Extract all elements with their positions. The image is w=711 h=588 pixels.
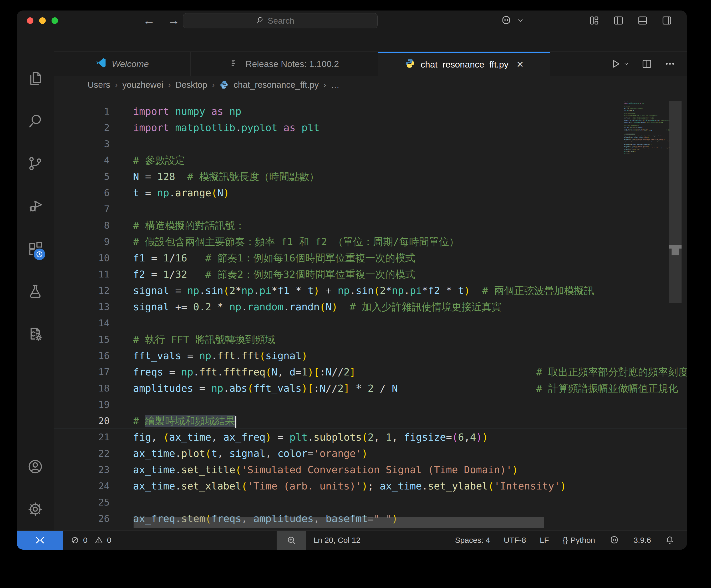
source-control-icon[interactable] <box>17 142 53 185</box>
code-line-20[interactable]: 20# 繪製時域和頻域結果 <box>54 413 687 429</box>
code-line-9[interactable]: 9# 假設包含兩個主要節奏：頻率 f1 和 f2 （單位：周期/每時間單位） <box>54 233 687 250</box>
command-center-search[interactable] <box>183 13 378 28</box>
code-line-25[interactable]: 25 <box>54 494 687 511</box>
eol-status[interactable]: LF <box>540 536 549 545</box>
horizontal-scrollbar[interactable] <box>134 517 544 528</box>
code-line-17[interactable]: 17freqs = np.fft.fftfreq(N, d=1)[:N//2] … <box>54 364 687 380</box>
line-number: 26 <box>54 511 133 527</box>
code-line-10[interactable]: 10f1 = 1/16 # 節奏1：例如每16個時間單位重複一次的模式 <box>54 250 687 266</box>
encoding-status[interactable]: UTF-8 <box>504 536 526 545</box>
chevron-right-icon: › <box>168 81 171 89</box>
copilot-icon[interactable] <box>500 15 512 26</box>
vscode-window: ← → <box>17 10 687 550</box>
extensions-icon[interactable] <box>17 228 53 270</box>
split-editor-icon[interactable] <box>641 58 653 70</box>
settings-gear-icon[interactable] <box>17 488 53 530</box>
code-line-5[interactable]: 5N = 128 # 模擬訊號長度（時間點數） <box>54 168 687 185</box>
line-content: signal = np.sin(2*np.pi*f1 * t) + np.sin… <box>133 282 687 299</box>
language-status[interactable]: {}Python <box>563 536 595 545</box>
cursor-position[interactable]: Ln 20, Col 12 <box>314 536 360 545</box>
code-line-22[interactable]: 22ax_time.plot(t, signal, color='orange'… <box>54 445 687 461</box>
forward-arrow-icon[interactable]: → <box>167 14 180 28</box>
code-line-18[interactable]: 18amplitudes = np.abs(fft_vals)[:N//2] *… <box>54 380 687 397</box>
notifications-bell-icon[interactable] <box>665 535 675 545</box>
code-line-23[interactable]: 23ax_time.set_title('Simulated Conversat… <box>54 461 687 478</box>
run-python-file-icon[interactable] <box>609 58 629 70</box>
tab-chat-resonance-fft[interactable]: chat_resonance_fft.py ✕ <box>379 52 550 76</box>
tab-release-notes[interactable]: Release Notes: 1.100.2 <box>191 52 379 76</box>
line-content: amplitudes = np.abs(fft_vals)[:N//2] * 2… <box>133 380 687 397</box>
vertical-scrollbar-grip[interactable] <box>672 249 679 255</box>
more-actions-icon[interactable] <box>664 58 676 70</box>
remote-indicator[interactable] <box>17 531 63 550</box>
indentation-status[interactable]: Spaces: 4 <box>455 536 490 545</box>
code-editor[interactable]: 1import numpy as np2import matplotlib.py… <box>54 94 687 530</box>
activity-bar <box>17 51 54 530</box>
code-line-14[interactable]: 14 <box>54 315 687 331</box>
testing-icon[interactable] <box>17 270 53 313</box>
code-line-7[interactable]: 7 <box>54 201 687 217</box>
copilot-chevron-down-icon[interactable] <box>516 17 524 24</box>
code-line-6[interactable]: 6t = np.arange(N) <box>54 185 687 201</box>
line-content: fig, (ax_time, ax_freq) = plt.subplots(2… <box>133 429 687 445</box>
toggle-secondary-sidebar-icon[interactable] <box>661 15 673 26</box>
code-line-4[interactable]: 4# 參數設定 <box>54 152 687 168</box>
tab-label: Release Notes: 1.100.2 <box>245 59 339 69</box>
error-circle-slash-icon <box>70 536 80 545</box>
zoom-window-button[interactable] <box>51 17 58 24</box>
line-content: # 構造模擬的對話訊號： <box>133 217 687 233</box>
breadcrumb: Users › youzhewei › Desktop › chat_reson… <box>54 76 687 94</box>
code-line-12[interactable]: 12signal = np.sin(2*np.pi*f1 * t) + np.s… <box>54 282 687 299</box>
accounts-icon[interactable] <box>17 445 53 488</box>
zoom-status-button[interactable] <box>277 531 306 550</box>
breadcrumb-item[interactable]: Users <box>88 80 110 90</box>
code-line-8[interactable]: 8# 構造模擬的對話訊號： <box>54 217 687 233</box>
explorer-icon[interactable] <box>17 57 53 100</box>
breadcrumb-item[interactable]: Desktop <box>175 80 207 90</box>
back-arrow-icon[interactable]: ← <box>143 14 156 28</box>
toggle-panel-icon[interactable] <box>637 15 648 26</box>
line-number: 1 <box>54 103 133 119</box>
line-number: 4 <box>54 152 133 168</box>
cpp-tools-icon[interactable] <box>17 313 53 355</box>
breadcrumb-ellipsis[interactable]: … <box>331 80 340 90</box>
code-line-16[interactable]: 16fft_vals = np.fft.fft(signal) <box>54 347 687 364</box>
close-window-button[interactable] <box>27 17 34 24</box>
toggle-sidebar-icon[interactable] <box>613 15 624 26</box>
customize-layout-icon[interactable] <box>588 15 600 26</box>
copilot-status-icon[interactable] <box>609 535 620 546</box>
line-number: 22 <box>54 445 133 461</box>
code-line-21[interactable]: 21fig, (ax_time, ax_freq) = plt.subplots… <box>54 429 687 445</box>
chevron-right-icon: › <box>115 81 117 89</box>
code-line-13[interactable]: 13signal += 0.2 * np.random.randn(N) # 加… <box>54 299 687 315</box>
code-line-2[interactable]: 2import matplotlib.pyplot as plt <box>54 119 687 136</box>
code-line-15[interactable]: 15# 執行 FFT 將訊號轉換到頻域 <box>54 331 687 347</box>
python-version-status[interactable]: 3.9.6 <box>633 536 651 545</box>
line-content <box>133 136 687 152</box>
breadcrumb-file[interactable]: chat_resonance_fft.py <box>234 80 319 90</box>
braces-icon: {} <box>563 536 568 544</box>
search-sidebar-icon[interactable] <box>17 100 53 142</box>
status-bar: 0 0 Ln 20, Col 12 Spaces: 4 UTF-8 LF {}P… <box>17 530 687 550</box>
code-line-3[interactable]: 3 <box>54 136 687 152</box>
chevron-right-icon: › <box>212 81 215 89</box>
breadcrumb-item[interactable]: youzhewei <box>122 80 163 90</box>
vertical-scrollbar-handle[interactable] <box>669 245 682 249</box>
tab-welcome[interactable]: Welcome <box>54 52 191 76</box>
line-content: plt.show() <box>624 152 669 154</box>
line-number: 11 <box>54 266 133 282</box>
line-number: 14 <box>54 315 133 331</box>
close-tab-icon[interactable]: ✕ <box>516 59 524 70</box>
run-debug-icon[interactable] <box>17 185 53 228</box>
vertical-scrollbar[interactable] <box>669 101 682 303</box>
line-number: 16 <box>54 347 133 364</box>
code-line-19[interactable]: 19 <box>54 397 687 413</box>
code-line-11[interactable]: 11f2 = 1/32 # 節奏2：例如每32個時間單位重複一次的模式 <box>54 266 687 282</box>
minimap[interactable]: import numpy as npimport matplotlib.pypl… <box>624 101 669 169</box>
code-line-31: plt.show() <box>624 152 669 154</box>
code-line-24[interactable]: 24ax_time.set_xlabel('Time (arb. units)'… <box>54 478 687 494</box>
problems-indicator[interactable]: 0 0 <box>70 536 111 545</box>
search-input[interactable] <box>267 16 305 26</box>
minimize-window-button[interactable] <box>39 17 46 24</box>
code-line-1[interactable]: 1import numpy as np <box>54 103 687 119</box>
